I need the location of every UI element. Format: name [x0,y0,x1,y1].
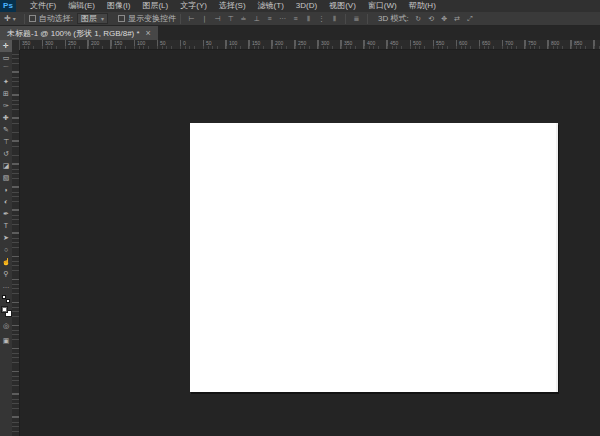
zoom-tool[interactable]: ⚲ [0,268,12,280]
close-icon[interactable]: × [146,29,151,38]
menu-item-2[interactable]: 图像(I) [101,0,137,12]
horizontal-ruler[interactable]: 3503002502001501005005010015020025030035… [20,40,600,49]
ruler-label: 800 [551,40,559,46]
foreground-color-swatch[interactable] [1,306,8,313]
chevron-down-icon: ▾ [13,15,16,22]
menu-item-4[interactable]: 文字(Y) [174,0,213,12]
ruler-label: 50 [160,40,166,46]
move-tool[interactable]: ✛ [0,40,12,52]
distribute-left-icon[interactable]: ⫴ [302,12,315,25]
distribute-right-icon[interactable]: ⫴ [328,12,341,25]
edit-toolbar[interactable]: … [0,280,12,292]
align-bottom-icon[interactable]: ⊥ [250,12,263,25]
quick-mask-button[interactable]: ◎ [0,320,12,332]
eyedropper-tool[interactable]: ✑ [0,100,12,112]
menu-item-9[interactable]: 窗口(W) [362,0,403,12]
3d-scale-icon[interactable]: ⤢ [464,12,477,25]
show-transform-label: 显示变换控件 [128,13,176,24]
ruler-label: 500 [413,40,421,46]
3d-rotate-icon[interactable]: ↻ [412,12,425,25]
lasso-tool[interactable]: ⌒ [0,64,12,76]
healing-brush-tool[interactable]: ✚ [0,112,12,124]
auto-select-label: 自动选择: [39,13,73,24]
quick-selection-tool[interactable]: ✦ [0,76,12,88]
pen-tool[interactable]: ✒ [0,208,12,220]
auto-align-layers-icon[interactable]: ≣ [350,12,363,25]
divider [345,14,346,24]
ruler-label: 350 [22,40,30,46]
vertical-ruler[interactable] [12,50,20,436]
hand-tool[interactable]: ☝ [0,256,12,268]
ruler-label: 750 [528,40,536,46]
photoshop-logo: Ps [0,0,16,12]
mode-3d-label: 3D 模式: [378,13,409,24]
align-right-icon[interactable]: ⊣ [211,12,224,25]
marquee-tool[interactable]: ▭ [0,52,12,64]
show-transform-checkbox[interactable] [118,15,125,22]
document-title: 未标题-1 @ 100% (形状 1, RGB/8#) * [7,28,140,39]
ruler-label: 200 [275,40,283,46]
ruler-origin-corner[interactable] [12,40,20,50]
gradient-tool[interactable]: ▧ [0,172,12,184]
document-tab[interactable]: 未标题-1 @ 100% (形状 1, RGB/8#) * × [0,26,158,40]
color-swatches[interactable] [1,306,12,317]
eraser-tool[interactable]: ◪ [0,160,12,172]
menu-item-8[interactable]: 视图(V) [323,0,362,12]
history-brush-tool[interactable]: ↺ [0,148,12,160]
move-tool-icon: ✛ [4,14,11,23]
type-tool[interactable]: T [0,220,12,232]
ruler-label: 300 [321,40,329,46]
pasteboard[interactable] [20,50,600,436]
menu-item-10[interactable]: 帮助(H) [403,0,442,12]
menu-item-3[interactable]: 图层(L) [136,0,174,12]
path-selection-tool[interactable]: ➤ [0,232,12,244]
menu-item-1[interactable]: 编辑(E) [62,0,101,12]
shape-tool[interactable]: ○ [0,244,12,256]
mode-3d-buttons: ↻⟲✥⇄⤢ [412,12,477,25]
distribute-vertical-center-icon[interactable]: ⋯ [276,12,289,25]
brush-tool[interactable]: ✎ [0,124,12,136]
align-horizontal-center-icon[interactable]: ∣ [198,12,211,25]
menu-item-6[interactable]: 滤镜(T) [252,0,290,12]
auto-select-checkbox[interactable] [29,15,36,22]
ruler-label: 150 [114,40,122,46]
align-left-icon[interactable]: ⊢ [185,12,198,25]
align-buttons: ⊢∣⊣⊤≐⊥≡⋯≡⫴⋮⫴ [185,12,341,25]
distribute-bottom-icon[interactable]: ≡ [289,12,302,25]
ruler-label: 850 [574,40,582,46]
auto-select-target-value: 图层 [81,14,97,24]
3d-roll-icon[interactable]: ⟲ [425,12,438,25]
auto-select-target-dropdown[interactable]: 图层 ▾ [77,13,108,24]
menu-item-0[interactable]: 文件(F) [24,0,62,12]
distribute-top-icon[interactable]: ≡ [263,12,276,25]
ruler-label: 300 [45,40,53,46]
distribute-horizontal-center-icon[interactable]: ⋮ [315,12,328,25]
clone-stamp-tool[interactable]: ⊤ [0,136,12,148]
3d-slide-icon[interactable]: ⇄ [451,12,464,25]
crop-tool[interactable]: ⊞ [0,88,12,100]
dodge-tool[interactable]: ◐ [0,196,12,208]
divider [24,14,25,24]
default-colors-icon[interactable] [2,295,10,303]
align-vertical-center-icon[interactable]: ≐ [237,12,250,25]
menu-item-7[interactable]: 3D(D) [290,0,323,12]
tool-preset-picker[interactable]: ✛ ▾ [0,14,20,23]
screen-mode-button[interactable]: ▣ [0,335,12,347]
ruler-label: 100 [229,40,237,46]
ruler-label: 100 [137,40,145,46]
align-top-icon[interactable]: ⊤ [224,12,237,25]
ruler-label: 550 [436,40,444,46]
ruler-label: 700 [505,40,513,46]
ruler-label: 600 [459,40,467,46]
ruler-label: 150 [252,40,260,46]
ruler-label: 650 [482,40,490,46]
ruler-label: 200 [91,40,99,46]
blur-tool[interactable]: ◗ [0,184,12,196]
3d-drag-icon[interactable]: ✥ [438,12,451,25]
document-canvas[interactable] [190,123,558,392]
ruler-label: 0 [183,40,186,46]
menu-bar: Ps 文件(F)编辑(E)图像(I)图层(L)文字(Y)选择(S)滤镜(T)3D… [0,0,600,12]
chevron-down-icon: ▾ [101,14,104,24]
menu-item-5[interactable]: 选择(S) [213,0,252,12]
default-background [6,299,10,303]
